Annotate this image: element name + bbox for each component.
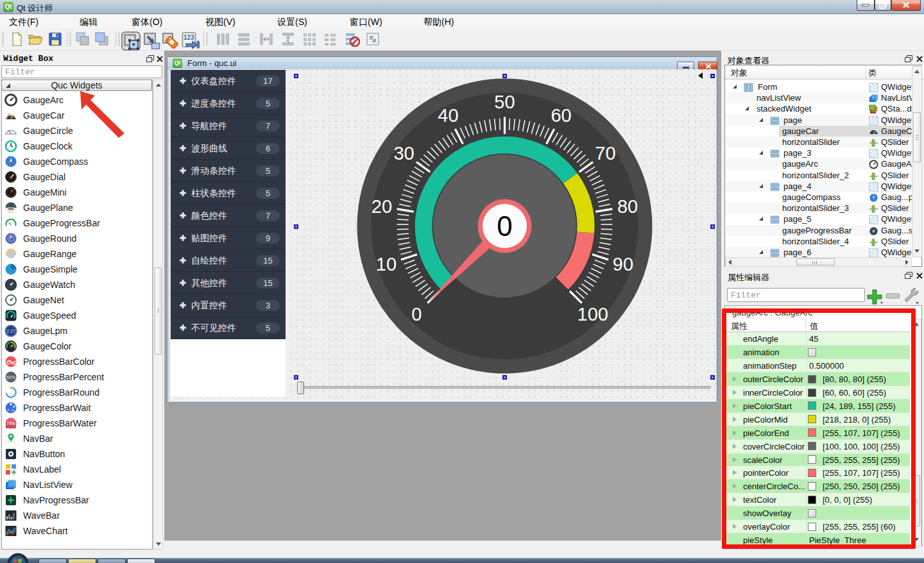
svg-text:30: 30 [393, 143, 414, 164]
svg-text:20: 20 [372, 196, 392, 217]
svg-text:0: 0 [497, 210, 512, 242]
svg-text:2.27: 2.27 [6, 329, 15, 333]
svg-text:10: 10 [376, 254, 397, 274]
svg-text:60: 60 [551, 105, 571, 126]
svg-text:90: 90 [613, 254, 633, 274]
svg-text:80: 80 [617, 196, 638, 217]
svg-text:0: 0 [411, 304, 422, 324]
svg-text:100: 100 [578, 304, 608, 324]
svg-text:123: 123 [184, 34, 194, 41]
svg-text:50: 50 [494, 92, 515, 112]
svg-text:70: 70 [595, 143, 615, 164]
svg-text:74%: 74% [7, 421, 15, 426]
svg-text:40: 40 [438, 105, 458, 126]
svg-text:50%: 50% [6, 375, 15, 380]
